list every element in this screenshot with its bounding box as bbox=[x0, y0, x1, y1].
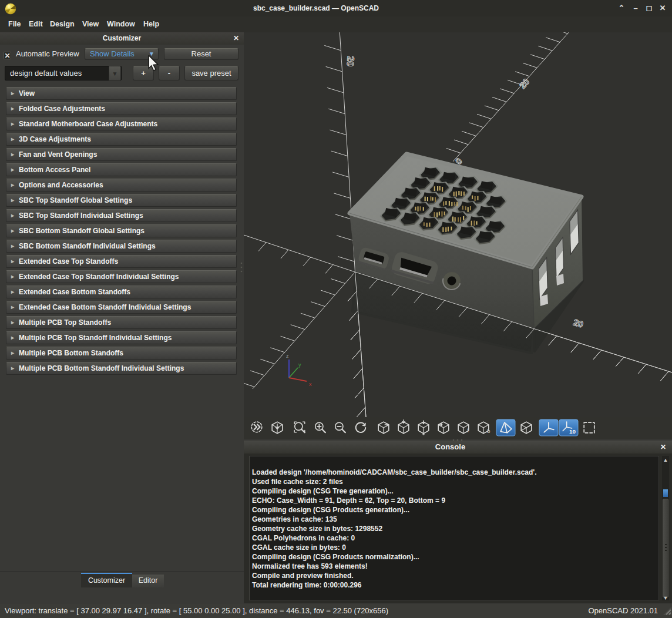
svg-text:20: 20 bbox=[518, 76, 532, 90]
svg-text:20: 20 bbox=[572, 317, 584, 330]
svg-text:20: 20 bbox=[345, 56, 355, 67]
svg-text:z: z bbox=[286, 353, 289, 359]
svg-text:y: y bbox=[298, 362, 301, 368]
svg-text:x: x bbox=[309, 381, 312, 387]
svg-text:10: 10 bbox=[569, 428, 576, 435]
svg-text:b: b bbox=[488, 428, 490, 434]
